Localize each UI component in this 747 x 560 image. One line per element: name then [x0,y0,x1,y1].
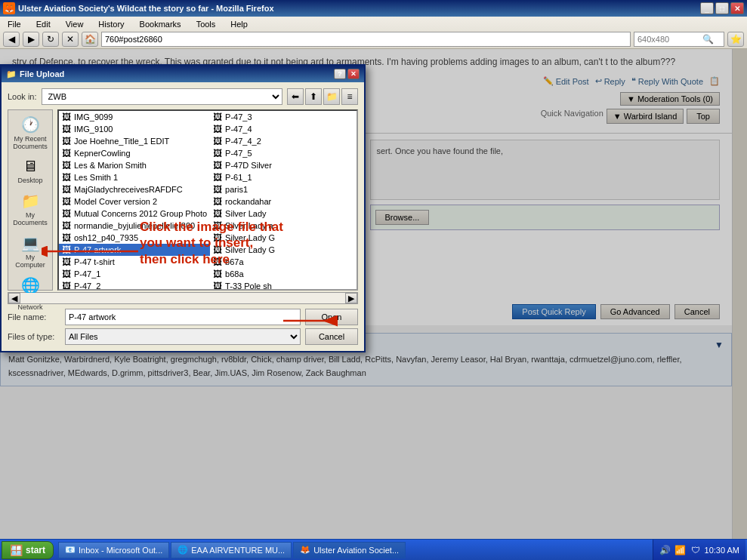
file-item[interactable]: 🖼IMG_9099 [59,111,210,123]
file-icon: 🖼 [213,208,222,219]
search-icon[interactable]: 🔍 [702,34,714,45]
look-in-row: Look in: ZWB ⬅ ⬆ 📁 ≡ [8,88,358,105]
file-item[interactable]: 🖼P-47D Silver [210,159,357,171]
dialog-title-left: 📁 File Upload [6,69,64,79]
reload-button[interactable]: ↻ [42,32,59,47]
file-icon: 🖼 [62,184,71,195]
file-item[interactable]: 🖼normandie_byjulienlepellelier800 [59,220,210,232]
taskbar-tray: 🔊 📶 🛡 10:30 AM [653,540,745,561]
go-back-btn[interactable]: ⬅ [287,88,304,105]
dialog-title-icon: 📁 [6,69,17,79]
file-item[interactable]: 🖼Les Smith 1 [59,171,210,183]
maximize-button[interactable]: □ [715,2,729,14]
file-item[interactable]: 🖼Silver Lady G [210,244,357,256]
file-item[interactable]: 🖼T-33 Pole sh [210,280,357,291]
file-item[interactable]: 🖼P-47_5 [210,147,357,159]
file-col-left: 🖼IMG_9099 🖼IMG_9100 🖼Joe Hoehne_Title_1 … [59,111,210,291]
start-button[interactable]: 🪟 start [2,541,54,559]
menu-help[interactable]: Help [227,19,251,29]
file-item[interactable]: 🖼Silver Lady [210,208,357,220]
close-button[interactable]: ✕ [730,2,744,14]
menu-file[interactable]: File [5,19,24,29]
search-input[interactable] [634,35,702,44]
file-icon: 🖼 [62,257,71,267]
file-icon: 🖼 [62,124,71,134]
menu-view[interactable]: View [63,19,87,29]
sidebar-desktop[interactable]: 🖥 Desktop [11,155,50,186]
page-wrapper: 🦊 Ulster Aviation Society's Wildcat the … [0,0,747,560]
stop-button[interactable]: ✕ [62,32,79,47]
nav-bar: ◀ ▶ ↻ ✕ 🏠 🔍 ⭐ [3,32,744,47]
file-item[interactable]: 🖼P-47_4 [210,123,357,135]
view-btn[interactable]: ≡ [341,88,358,105]
create-folder-btn[interactable]: 📁 [323,88,340,105]
forward-button[interactable]: ▶ [23,32,39,47]
file-item[interactable]: 🖼IMG_9100 [59,123,210,135]
address-bar[interactable] [102,35,630,44]
file-item[interactable]: 🖼Mutual Concerns 2012 Group Photo [59,208,210,220]
bookmark-star[interactable]: ⭐ [727,32,744,47]
sidebar-my-computer[interactable]: 💻 My Computer [11,232,50,271]
file-item[interactable]: 🖼b68a [210,268,357,280]
file-icon: 🖼 [62,281,71,291]
file-item[interactable]: 🖼paris1 [210,183,357,195]
filetype-select[interactable]: All Files [65,328,301,345]
file-item[interactable]: 🖼P-47_3 [210,111,357,123]
file-item[interactable]: 🖼Les & Marion Smith [59,159,210,171]
scroll-left-btn[interactable]: ◀ [8,293,20,303]
file-item[interactable]: 🖼P-61_1 [210,171,357,183]
file-icon: 🖼 [213,257,222,267]
file-item[interactable]: 🖼Model Cover version 2 [59,195,210,208]
window-controls: _ □ ✕ [700,2,744,14]
file-item[interactable]: 🖼MajGladychreceivesRAFDFC [59,183,210,195]
open-btn[interactable]: Open [305,309,358,325]
taskbar-items: 📧 Inbox - Microsoft Out... 🌐 EAA AIRVENT… [55,542,651,558]
file-icon: 🖼 [213,160,222,171]
cancel-btn[interactable]: Cancel [305,328,358,345]
file-icon: 🖼 [213,148,222,158]
browser-content: stry of Defence, to recover the wreck. T… [0,49,747,539]
file-icon: 🖼 [213,220,222,231]
back-button[interactable]: ◀ [3,32,20,47]
taskbar-item-ulster[interactable]: 🦊 Ulster Aviation Societ... [293,542,406,558]
look-in-select[interactable]: ZWB [42,88,282,105]
file-icon: 🖼 [62,136,71,146]
file-item-selected[interactable]: 🖼P-47 artwork [59,244,210,256]
file-item[interactable]: 🖼Joe Hoehne_Title_1 EDIT [59,135,210,147]
file-item[interactable]: 🖼rockandahar [210,195,357,208]
file-icon: 🖼 [62,112,71,122]
scroll-right-btn[interactable]: ▶ [345,293,357,303]
file-item[interactable]: 🖼Silver Lady a [210,220,357,232]
file-item[interactable]: 🖼P-47_2 [59,280,210,291]
dialog-help-btn[interactable]: ? [334,69,346,79]
file-item[interactable]: 🖼P-47_4_2 [210,135,357,147]
sidebar-my-documents[interactable]: 📁 My Documents [11,189,50,229]
file-icon: 🖼 [62,208,71,219]
taskbar-item-eaa[interactable]: 🌐 EAA AIRVENTURE MU... [171,542,292,558]
file-item[interactable]: 🖼Silver Lady G [210,232,357,244]
file-item[interactable]: 🖼osh12_p40_7935 [59,232,210,244]
filename-input[interactable] [65,309,301,325]
recent-docs-icon: 🕐 [21,115,40,134]
file-item[interactable]: 🖼P-47 t-shirt [59,256,210,268]
file-icon: 🖼 [213,184,222,195]
taskbar-item-outlook[interactable]: 📧 Inbox - Microsoft Out... [58,542,169,558]
home-button[interactable]: 🏠 [82,32,98,47]
browser-window: 🦊 Ulster Aviation Society's Wildcat the … [0,0,747,539]
dialog-close-btn[interactable]: ✕ [347,69,360,79]
look-in-label: Look in: [8,92,37,101]
sidebar-recent-docs[interactable]: 🕐 My Recent Documents [11,113,50,152]
up-folder-btn[interactable]: ⬆ [305,88,322,105]
my-documents-icon: 📁 [21,192,40,210]
menu-edit[interactable]: Edit [33,19,54,29]
file-item[interactable]: 🖼b67a [210,256,357,268]
file-list-area[interactable]: 🖼IMG_9099 🖼IMG_9100 🖼Joe Hoehne_Title_1 … [57,109,358,291]
file-icon: 🖼 [213,112,222,122]
menu-tools[interactable]: Tools [193,19,219,29]
file-item[interactable]: 🖼P-47_1 [59,268,210,280]
minimize-button[interactable]: _ [700,2,714,14]
file-item[interactable]: 🖼KepnerCowling [59,147,210,159]
menu-history[interactable]: History [95,19,127,29]
h-scrollbar[interactable]: ◀ ▶ [8,292,358,304]
menu-bookmarks[interactable]: Bookmarks [137,19,184,29]
